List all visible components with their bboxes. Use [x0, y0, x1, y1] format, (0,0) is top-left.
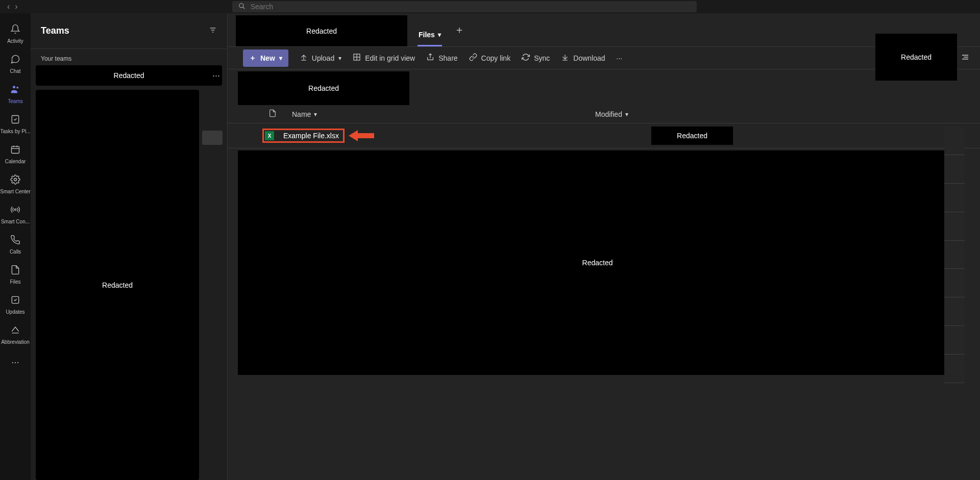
rail-label: Calendar [5, 159, 26, 164]
upload-label: Upload [312, 54, 334, 62]
chevron-down-icon: ▾ [438, 31, 441, 38]
svg-line-1 [242, 7, 244, 9]
your-teams-label: Your teams [31, 49, 227, 65]
rail-teams[interactable]: Teams [0, 81, 31, 107]
strip-cell [944, 269, 965, 297]
phone-icon [10, 235, 20, 247]
redacted-label: Redacted [582, 259, 613, 267]
rail-label: Smart Center [0, 189, 30, 194]
nav-back-icon[interactable]: ‹ [7, 2, 10, 11]
annotation-arrow-icon [349, 129, 374, 142]
link-icon [469, 53, 477, 63]
tab-files[interactable]: Files ▾ [418, 31, 442, 46]
team-item[interactable]: Redacted [36, 65, 222, 86]
rail-label: Teams [8, 98, 22, 104]
plus-icon: ＋ [249, 54, 256, 63]
rail-label: Files [10, 279, 20, 285]
svg-point-3 [16, 87, 18, 89]
grid-icon [353, 53, 361, 63]
rail-label: Activity [7, 38, 23, 44]
channels-block[interactable]: Redacted [36, 90, 199, 480]
file-row[interactable]: X Example File.xlsx Redacted [228, 123, 980, 148]
file-name: Example File.xlsx [283, 132, 339, 140]
strip-cell [944, 184, 965, 212]
folder-breadcrumb[interactable]: Redacted [238, 71, 409, 105]
svg-point-10 [14, 209, 16, 210]
svg-rect-5 [12, 146, 19, 153]
share-label: Share [438, 54, 457, 62]
redacted-label: Redacted [677, 132, 707, 140]
sync-label: Sync [534, 54, 550, 62]
rail-label: Calls [10, 249, 21, 255]
gear-icon [10, 174, 20, 187]
plus-icon: ＋ [454, 23, 464, 37]
rail-smart-center[interactable]: Smart Center [0, 171, 31, 197]
column-header-modified[interactable]: Modified ▾ [595, 110, 628, 118]
rail-label: Chat [10, 68, 20, 74]
file-list-redacted-block: Redacted [238, 150, 957, 375]
sidebar-title: Teams [41, 26, 69, 36]
file-modified-redacted: Redacted [651, 127, 733, 145]
edit-grid-button[interactable]: Edit in grid view [353, 53, 415, 63]
chevron-down-icon: ▾ [338, 55, 341, 62]
search-input[interactable] [251, 3, 691, 11]
channel-title-label: Redacted [306, 27, 337, 35]
rail-abbreviation[interactable]: Abbreviation [0, 322, 31, 348]
share-button[interactable]: Share [426, 53, 457, 63]
copy-link-label: Copy link [481, 54, 511, 62]
edit-grid-label: Edit in grid view [365, 54, 415, 62]
svg-point-2 [13, 86, 15, 88]
toolbar-more-icon[interactable]: ··· [617, 54, 623, 62]
team-name: Redacted [114, 71, 144, 80]
upload-button[interactable]: Upload ▾ [300, 53, 341, 63]
app-rail: Activity Chat Teams Tasks by Pl... Calen… [0, 13, 31, 480]
new-button-label: New [260, 54, 275, 62]
file-icon [10, 265, 20, 277]
rail-updates[interactable]: Updates [0, 292, 31, 318]
bell-icon [10, 24, 20, 37]
files-toolbar: ＋ New ▾ Upload ▾ Edit in grid view [228, 47, 980, 69]
chevron-down-icon: ▾ [314, 111, 317, 118]
rail-files[interactable]: Files [0, 262, 31, 288]
rail-calendar[interactable]: Calendar [0, 141, 31, 167]
rail-more-icon[interactable]: ··· [11, 357, 19, 368]
sync-button[interactable]: Sync [522, 53, 550, 63]
add-tab-button[interactable]: ＋ [454, 23, 464, 37]
download-icon [561, 53, 569, 63]
file-type-header-icon[interactable] [268, 109, 277, 119]
copy-link-button[interactable]: Copy link [469, 53, 511, 63]
abbreviation-icon [10, 325, 20, 338]
filter-icon[interactable] [209, 26, 217, 36]
team-more-icon[interactable]: ··· [212, 70, 220, 81]
view-options-icon[interactable] [961, 53, 970, 63]
chat-icon [10, 54, 20, 67]
rail-tasks[interactable]: Tasks by Pl... [0, 111, 31, 137]
main-pane: Redacted Files ▾ ＋ ＋ New ▾ Upload ▾ [228, 13, 980, 480]
folder-name: Redacted [308, 84, 339, 92]
download-button[interactable]: Download [561, 53, 605, 63]
search-box[interactable] [232, 1, 697, 12]
column-modified-label: Modified [595, 110, 622, 118]
strip-cell [944, 241, 965, 269]
tab-files-label: Files [419, 31, 435, 39]
svg-point-9 [14, 179, 17, 181]
svg-point-0 [239, 3, 243, 7]
strip-cell [944, 127, 965, 155]
search-icon [238, 3, 246, 11]
rail-smart-connect[interactable]: Smart Con... [0, 201, 31, 228]
nav-forward-icon[interactable]: › [15, 2, 17, 11]
tab-bar: Redacted Files ▾ ＋ [228, 13, 980, 47]
rail-activity[interactable]: Activity [0, 21, 31, 47]
channels-redacted-label: Redacted [102, 281, 133, 289]
column-name-label: Name [292, 110, 311, 118]
rail-label: Tasks by Pl... [1, 129, 31, 134]
sync-icon [522, 53, 530, 63]
rail-label: Updates [6, 309, 24, 315]
rail-calls[interactable]: Calls [0, 232, 31, 258]
channel-title-tab[interactable]: Redacted [236, 15, 407, 46]
rail-chat[interactable]: Chat [0, 51, 31, 77]
column-header-name[interactable]: Name ▾ [292, 110, 568, 118]
teams-sidebar: Teams Your teams Redacted ··· Redacted ·… [31, 13, 228, 480]
annotation-highlight-box: X Example File.xlsx [262, 129, 345, 143]
new-button[interactable]: ＋ New ▾ [243, 49, 288, 67]
